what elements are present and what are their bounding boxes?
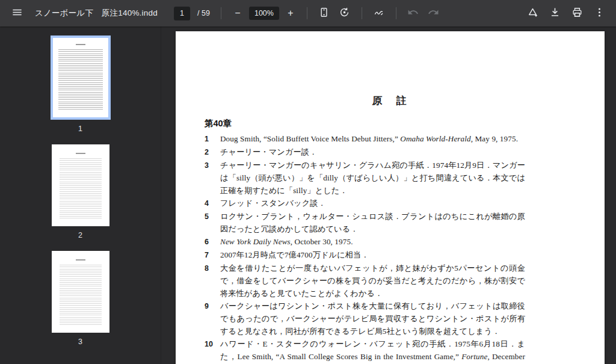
- note-number: 6: [205, 235, 220, 248]
- toolbar-divider: [362, 7, 362, 19]
- download-button[interactable]: [546, 5, 563, 22]
- undo-button[interactable]: [405, 5, 422, 22]
- page-title: 原 註: [176, 31, 605, 108]
- note-number: 5: [205, 210, 220, 235]
- rotate-ccw-icon: [339, 7, 350, 20]
- more-options-button[interactable]: [591, 5, 608, 22]
- thumbnail-item[interactable]: 2: [52, 144, 109, 239]
- undo-icon: [407, 7, 419, 20]
- note-row: 9 バークシャーはワシントン・ポスト株を大量に保有しており，バフェットは取締役で…: [205, 300, 525, 338]
- pdf-page-scroll-area[interactable]: 原 註 第40章 1 Doug Smith, “Solid Buffett Vo…: [161, 26, 616, 364]
- pdf-viewer-toolbar: スノーボール下 原注140%.indd / 59 − 100% +: [0, 0, 616, 26]
- viewer-content: 1 2 3 原 註 第40章 1 Doug Smith, “Solid Buff…: [0, 26, 616, 364]
- note-text: ロクサン・ブラント，ウォルター・シュロス談．ブラントはのちにこれが離婚の原因だっ…: [220, 210, 525, 235]
- pdf-page-1: 原 註 第40章 1 Doug Smith, “Solid Buffett Vo…: [176, 31, 605, 364]
- thumbnail-item[interactable]: 3: [52, 251, 109, 346]
- download-icon: [549, 7, 561, 20]
- note-text: New York Daily News, October 30, 1975.: [220, 235, 525, 248]
- note-row: 10 ハワード・E・スタークのウォーレン・バフェット宛の手紙．1975年6月18…: [205, 338, 525, 364]
- thumbnail-page-preview[interactable]: [52, 144, 109, 226]
- document-title: スノーボール下 原注140%.indd: [35, 8, 158, 19]
- zoom-out-button[interactable]: −: [230, 5, 245, 21]
- thumbnail-content-lines: [60, 157, 102, 220]
- note-row: 6 New York Daily News, October 30, 1975.: [205, 235, 525, 248]
- toolbar-divider: [396, 7, 396, 19]
- note-number: 3: [205, 159, 220, 197]
- note-row: 8 大金を借りたことが一度もないバフェットが，姉と妹がわずか5パーセントの頭金で…: [205, 262, 525, 300]
- thumbnail-page-preview[interactable]: [51, 35, 111, 120]
- note-row: 1 Doug Smith, “Solid Buffett Voice Melts…: [205, 132, 525, 146]
- note-number: 2: [205, 146, 220, 159]
- thumbnail-page-number: 3: [78, 338, 82, 346]
- note-text: フレッド・スタンバック談．: [220, 197, 525, 210]
- note-text: Doug Smith, “Solid Buffett Voice Melts D…: [220, 132, 525, 146]
- thumbnail-page-preview[interactable]: [52, 251, 109, 333]
- redo-icon: [428, 7, 439, 20]
- note-row: 4 フレッド・スタンバック談．: [205, 197, 525, 210]
- note-number: 9: [205, 300, 220, 338]
- zoom-in-button[interactable]: +: [283, 5, 298, 21]
- hamburger-icon: [11, 7, 23, 20]
- redo-button[interactable]: [425, 5, 442, 22]
- thumbnail-title-mark: [76, 153, 85, 154]
- save-to-drive-icon: [527, 7, 538, 20]
- thumbnail-content-lines: [58, 48, 103, 111]
- annotate-pen-icon: [373, 7, 384, 20]
- note-number: 10: [205, 338, 220, 364]
- note-row: 3 チャーリー・マンガーのキャサリン・グラハム宛の手紙．1974年12月9日．マ…: [205, 159, 525, 197]
- note-text: チャーリー・マンガー談．: [220, 146, 525, 159]
- annotate-button[interactable]: [371, 5, 387, 22]
- print-icon: [571, 7, 583, 20]
- toolbar-divider: [221, 7, 221, 19]
- thumbnail-page-number: 1: [78, 125, 82, 133]
- page-number-input[interactable]: [174, 7, 190, 20]
- thumbnail-content-lines: [60, 264, 102, 326]
- note-number: 7: [205, 248, 220, 262]
- thumbnail-title-mark: [76, 44, 85, 45]
- note-row: 2 チャーリー・マンガー談．: [205, 146, 525, 159]
- note-number: 8: [205, 262, 220, 300]
- thumbnail-sidebar[interactable]: 1 2 3: [0, 26, 161, 364]
- note-text: 2007年12月時点で7億4700万ドルに相当．: [220, 248, 525, 262]
- note-row: 5 ロクサン・ブラント，ウォルター・シュロス談．ブラントはのちにこれが離婚の原因…: [205, 210, 525, 235]
- note-number: 1: [205, 132, 220, 146]
- toolbar-divider: [307, 7, 307, 19]
- zoom-level-value[interactable]: 100%: [249, 7, 279, 20]
- fit-page-button[interactable]: [316, 5, 333, 22]
- chapter-heading: 第40章: [205, 118, 525, 129]
- rotate-button[interactable]: [336, 5, 353, 22]
- thumbnail-page-number: 2: [78, 231, 82, 239]
- page-total-label: / 59: [197, 9, 210, 17]
- menu-button[interactable]: [8, 5, 25, 22]
- note-text: 大金を借りたことが一度もないバフェットが，姉と妹がわずか5パーセントの頭金で，借…: [220, 262, 525, 300]
- note-text: ハワード・E・スタークのウォーレン・バフェット宛の手紙．1975年6月18日．ま…: [220, 338, 525, 364]
- print-button[interactable]: [568, 5, 585, 22]
- note-text: バークシャーはワシントン・ポスト株を大量に保有しており，バフェットは取締役でもあ…: [220, 300, 525, 338]
- thumbnail-item[interactable]: 1: [51, 35, 111, 133]
- fit-page-icon: [318, 7, 330, 20]
- notes-list: 1 Doug Smith, “Solid Buffett Voice Melts…: [205, 132, 525, 364]
- note-row: 7 2007年12月時点で7億4700万ドルに相当．: [205, 248, 525, 262]
- note-text: チャーリー・マンガーのキャサリン・グラハム宛の手紙．1974年12月9日．マンガ…: [220, 159, 525, 197]
- thumbnail-title-mark: [76, 259, 85, 261]
- more-vertical-icon: [594, 7, 605, 20]
- note-number: 4: [205, 197, 220, 210]
- save-to-drive-button[interactable]: [524, 5, 541, 22]
